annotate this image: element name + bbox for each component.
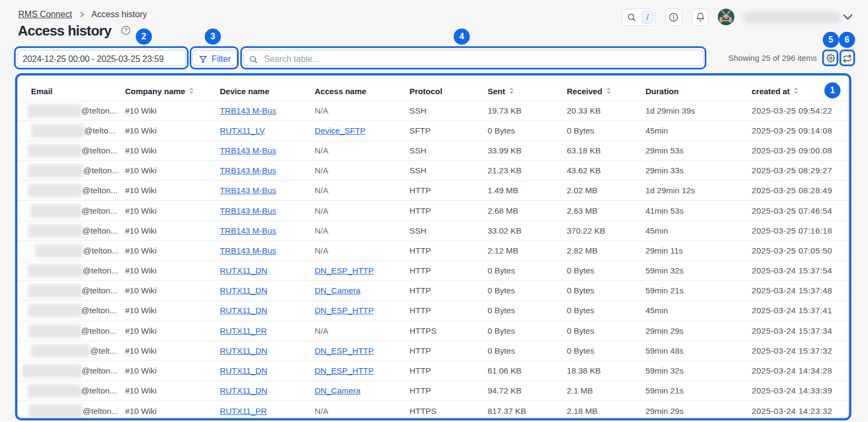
svg-text:?: ? — [124, 27, 128, 33]
